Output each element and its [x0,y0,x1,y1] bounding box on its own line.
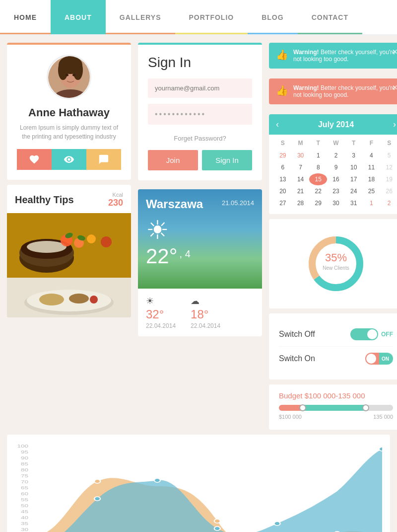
calendar-day[interactable]: 2 [380,197,397,209]
weather-top: Warszawa 21.05.2014 ☀ 22° , 4 [138,189,262,289]
budget-card: Budget $100 000-135 000 $100 000 135 000 [269,384,397,430]
svg-point-7 [66,74,68,76]
calendar-day[interactable]: 9 [327,161,345,173]
kcal-label: Kcal [108,192,123,198]
food-image2 [7,278,131,317]
calendar-day[interactable]: 28 [292,197,310,209]
alert-red-close[interactable]: ✕ [392,83,397,91]
calendar-day[interactable]: 31 [345,197,363,209]
svg-text:65: 65 [21,485,28,490]
budget-bar [279,405,393,411]
calendar-day[interactable]: 1 [363,197,381,209]
budget-handle-right[interactable] [362,404,369,411]
budget-title: Budget $100 000-135 000 [279,391,393,400]
switch-on-thumb [366,354,376,364]
email-input[interactable] [148,78,252,98]
forgot-password-link[interactable]: Forget Password? [148,135,252,142]
calendar-day[interactable]: 12 [380,161,397,173]
nav-item-home[interactable]: HOME [0,0,51,34]
calendar-day[interactable]: 29 [309,197,327,209]
forecast2-icon: ☁ [191,296,220,306]
calendar-day[interactable]: 5 [380,150,397,161]
calendar-day[interactable]: 20 [274,185,292,197]
calendar-day[interactable]: 19 [380,173,397,185]
calendar-day[interactable]: 11 [363,161,381,173]
calendar-day[interactable]: 30 [292,150,310,161]
svg-text:85: 85 [21,461,28,466]
join-button[interactable]: Join [148,150,198,170]
switch-on-track[interactable]: ON [365,353,393,365]
svg-text:60: 60 [21,491,28,496]
nav-item-blog[interactable]: BLOG [248,0,297,34]
calendar-header: ‹ July 2014 › [269,114,397,135]
svg-text:90: 90 [21,456,28,460]
svg-point-53 [94,497,100,501]
switch-off-toggle[interactable]: OFF [350,328,393,340]
nav-item-contact[interactable]: CONTACT [298,0,362,34]
calendar-day[interactable]: 10 [345,161,363,173]
weather-temp: 22° [146,244,178,268]
weather-wind: , 4 [180,248,191,260]
heart-button[interactable] [17,149,52,170]
nav-item-about[interactable]: ABOUT [51,0,106,34]
thumbs-down-icon: 👍 [276,84,288,96]
switch-on-label: Switch On [279,354,315,363]
cal-day-header: F [363,140,381,147]
calendar-grid: SMTWTFS 29301234567891011121314151617181… [269,135,397,214]
chat-button[interactable] [86,149,121,170]
calendar-day[interactable]: 16 [327,173,345,185]
switch-on-state-label: ON [382,356,389,362]
left-column: Anne Hathaway Lorem Ipsum is simply dumm… [7,43,131,430]
calendar-day[interactable]: 8 [309,161,327,173]
calendar-day[interactable]: 25 [363,185,381,197]
cal-day-header: S [274,140,292,147]
svg-point-5 [73,60,83,80]
calendar-day[interactable]: 1 [309,150,327,161]
calendar-day[interactable]: 2 [327,150,345,161]
calendar-day[interactable]: 13 [274,173,292,185]
calendar-day[interactable]: 22 [309,185,327,197]
alert-green: 👍 Warning! Better check yourself, you're… [269,43,397,69]
food-image [7,213,131,278]
calendar-next[interactable]: › [393,119,396,130]
calendar-day[interactable]: 4 [363,150,381,161]
password-input[interactable] [148,104,252,125]
avatar [47,55,91,99]
calendar-day[interactable]: 26 [380,185,397,197]
calendar-day[interactable]: 27 [274,197,292,209]
calendar-day[interactable]: 23 [327,185,345,197]
calendar-day[interactable]: 6 [274,161,292,173]
eye-button[interactable] [52,149,86,170]
alert-green-text: Warning! Better check yourself, you're n… [293,49,396,63]
weather-date: 21.05.2014 [222,199,254,207]
calendar-days: 2930123456789101112131415161718192021222… [274,150,397,209]
forecast2-temp: 18° [191,307,220,321]
nav-item-portfolio[interactable]: PORTFOLIO [175,0,248,34]
cal-day-header: T [345,140,363,147]
calendar-day[interactable]: 18 [363,173,381,185]
switch-off-label: Switch Off [279,330,315,339]
calendar-prev[interactable]: ‹ [276,119,279,130]
kcal-value: 230 [108,198,123,208]
svg-point-54 [154,478,160,482]
alert-green-close[interactable]: ✕ [392,48,397,56]
donut-chart-card: 35% New Clients [269,219,397,308]
signin-button[interactable]: Sign In [202,150,252,170]
calendar-day[interactable]: 7 [292,161,310,173]
calendar-day[interactable]: 29 [274,150,292,161]
calendar-day[interactable]: 15 [309,173,327,185]
calendar-day[interactable]: 14 [292,173,310,185]
navigation: HOMEABOUTGALLERYSPORTFOLIOBLOGCONTACT [0,0,397,36]
calendar-day[interactable]: 3 [345,150,363,161]
nav-item-gallerys[interactable]: GALLERYS [106,0,175,34]
healthy-tips-card: Healthy Tips Kcal 230 [7,185,131,317]
switch-on-toggle[interactable]: ON [365,353,393,365]
calendar-day[interactable]: 30 [327,197,345,209]
calendar-day[interactable]: 24 [345,185,363,197]
calendar-day[interactable]: 21 [292,185,310,197]
switch-off-track[interactable] [350,328,378,340]
healthy-title: Healthy Tips [15,194,74,206]
forecast-1: ☀ 32° 22.04.2014 [146,296,176,329]
calendar-day[interactable]: 17 [345,173,363,185]
profile-name: Anne Hathaway [17,106,121,119]
